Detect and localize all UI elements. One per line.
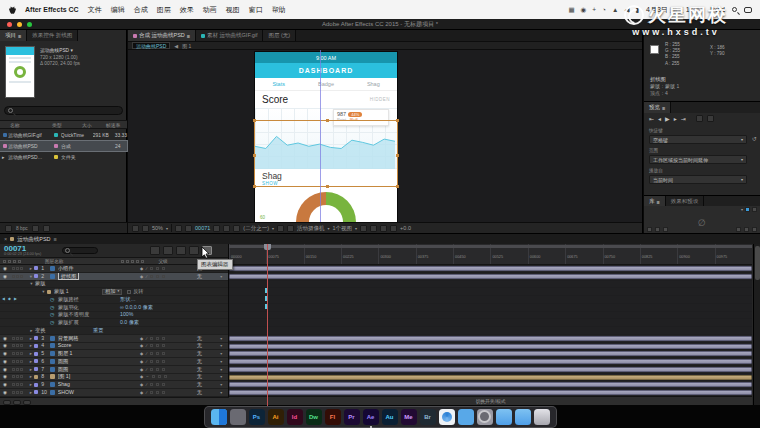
play-from-select[interactable]: 当前时间▾ <box>649 175 747 184</box>
expand-arrow-icon[interactable]: ▾ <box>27 273 34 280</box>
expand-arrow-icon[interactable]: ▸ <box>27 350 34 357</box>
layer-track-bar[interactable] <box>229 266 752 271</box>
parent-select[interactable]: 无 <box>197 335 220 342</box>
layer-row-2-selected[interactable]: ◉ ▾ 2 折线图 ◆∕ 无 ▾ <box>0 273 228 281</box>
menu-item[interactable]: 效果 <box>180 5 194 15</box>
status-icon[interactable]: ◔ <box>602 6 606 14</box>
app-menu-title[interactable]: After Effects CC <box>25 6 79 13</box>
draft-3d-icon[interactable] <box>163 246 173 255</box>
layer-switches[interactable]: ◆∕ <box>140 265 197 272</box>
label-chip[interactable] <box>34 344 38 348</box>
label-chip[interactable] <box>34 390 38 394</box>
notification-center-icon[interactable] <box>744 7 752 13</box>
views-caret-icon[interactable]: ▾ <box>355 226 357 231</box>
reset-shortcut-icon[interactable]: ↺ <box>752 135 757 142</box>
transform-group-row[interactable]: ▸ 变换 重置 <box>0 327 228 335</box>
add-layer-style-icon[interactable] <box>663 227 668 232</box>
visibility-toggle[interactable]: ◉ <box>0 366 10 373</box>
project-item-label[interactable]: 运动曲线PSD… <box>8 154 54 160</box>
layer-switches[interactable]: ◆∕ <box>140 335 197 342</box>
keyframe-navigator[interactable]: ◀ ◆ ▶ <box>2 296 18 303</box>
current-frame[interactable]: 00071 <box>195 225 210 231</box>
stopwatch-icon[interactable]: ◷ <box>50 319 58 326</box>
expand-arrow-icon[interactable]: ▾ <box>40 288 47 295</box>
property-value[interactable]: 形状… <box>120 296 136 303</box>
tab-layer[interactable]: 图层 (无) <box>263 30 296 41</box>
av-switches[interactable] <box>10 360 28 363</box>
parent-select[interactable]: 无 <box>197 389 220 396</box>
tab-effect-controls[interactable]: 效果控件 折线图 <box>27 30 78 41</box>
time-ruler[interactable]: 0000000075001500022500300003750045000525… <box>229 244 752 265</box>
visibility-toggle[interactable]: ◉ <box>0 358 10 365</box>
mask-mode-select[interactable]: 相加▾ <box>102 289 122 295</box>
zoom-caret-icon[interactable]: ▾ <box>166 226 168 231</box>
project-column-headers[interactable]: 名称 类型 大小 帧速率 <box>0 120 127 129</box>
layer-track-bar[interactable] <box>229 336 752 341</box>
layer-switches[interactable]: ◆∕ <box>140 350 197 357</box>
snapshot-icon[interactable] <box>213 225 220 232</box>
timeline-button-icon[interactable] <box>380 225 387 232</box>
parent-select[interactable]: 无 <box>197 366 220 373</box>
layer-track-bar-footage[interactable] <box>229 375 752 380</box>
layer-name[interactable]: SHOW <box>58 389 140 396</box>
expand-arrow-icon[interactable]: ▸ <box>27 265 34 272</box>
column-name[interactable]: 名称 <box>0 122 52 128</box>
layer-track-bar[interactable] <box>229 390 752 395</box>
mask-path-row[interactable]: ◀ ◆ ▶ ◷ 蒙版路径 形状… <box>0 296 228 304</box>
dock-photoshop-icon[interactable]: Ps <box>249 409 265 425</box>
label-chip[interactable] <box>34 336 38 340</box>
layer-row-6[interactable]: ◉ ▸ 6 圆圈 ◆∕ 无 ▾ <box>0 358 228 366</box>
tab-preview[interactable]: 预览 ≡ <box>644 102 671 113</box>
tab-project[interactable]: 项目 ≡ <box>0 30 27 41</box>
menu-item[interactable]: 动画 <box>203 5 217 15</box>
mask-name[interactable]: 蒙版 1 <box>54 288 102 295</box>
library-select-caret-icon[interactable]: ▾ <box>741 207 743 212</box>
expand-transfer-controls-toggle[interactable] <box>13 400 21 405</box>
dock-indesign-icon[interactable]: Id <box>287 409 303 425</box>
layer-track-bar[interactable] <box>229 359 752 364</box>
column-size[interactable]: 大小 <box>82 122 106 128</box>
layer-name[interactable]: 折线图 <box>58 273 80 280</box>
last-frame-button[interactable]: ⇥ <box>681 115 686 122</box>
visibility-toggle[interactable]: ◉ <box>0 373 10 380</box>
dock-after-effects-icon[interactable]: Ae <box>363 409 379 425</box>
layer-name[interactable]: Shag <box>58 381 140 388</box>
link-dimensions-icon[interactable]: ∞ <box>120 304 124 310</box>
group-name[interactable]: 变换 <box>35 327 93 334</box>
layer-track-bar[interactable] <box>229 382 752 387</box>
column-layer-name[interactable]: 图层名称 <box>45 259 63 264</box>
expand-arrow-icon[interactable]: ▸ <box>27 358 34 365</box>
stopwatch-icon[interactable]: ◷ <box>50 311 58 318</box>
mute-video-icon[interactable] <box>696 115 703 122</box>
av-switches[interactable] <box>10 391 28 394</box>
column-type[interactable]: 类型 <box>52 122 82 128</box>
sync-icon[interactable] <box>736 227 741 232</box>
tab-footage[interactable]: 素材 运动曲线GIF.gif <box>196 30 263 41</box>
menubar-clock[interactable]: 4月3日 周三 15:47 <box>646 5 703 15</box>
menu-item[interactable]: 视图 <box>226 5 240 15</box>
layer-switches[interactable]: ◆∕ <box>140 358 197 365</box>
composition-canvas[interactable]: 9:00 AM DASHBOARD Stats Badge Shag Score… <box>128 50 642 222</box>
mute-audio-icon[interactable] <box>707 115 714 122</box>
delete-library-item-icon[interactable] <box>752 227 757 232</box>
spotlight-search-icon[interactable] <box>732 7 737 12</box>
range-select[interactable]: 工作区域按当前时间延伸▾ <box>649 155 747 164</box>
new-folder-icon[interactable] <box>32 225 39 232</box>
visibility-toggle[interactable]: ◉ <box>0 265 10 272</box>
masks-group-row[interactable]: ▾ 蒙版 <box>0 281 228 289</box>
parent-select[interactable]: 无 <box>197 373 220 380</box>
dock-folder-documents-icon[interactable] <box>496 409 512 425</box>
scrollbar-handle[interactable] <box>755 246 760 280</box>
av-switches[interactable] <box>10 352 28 355</box>
expand-arrow-icon[interactable]: ▾ <box>28 280 35 287</box>
composition-mini-flowchart-icon[interactable] <box>150 246 160 255</box>
av-switches[interactable] <box>10 375 28 378</box>
visibility-toggle[interactable]: ◉ <box>0 273 10 280</box>
region-of-interest-icon[interactable] <box>277 225 284 232</box>
label-chip[interactable] <box>34 375 38 379</box>
layer-row-9[interactable]: ◉ ▸ 9 Shag ◆∕ 无 ▾ <box>0 381 228 389</box>
layer-name[interactable]: 小组件 <box>58 265 140 272</box>
av-switches[interactable] <box>10 337 28 340</box>
dock-safari-icon[interactable] <box>439 409 455 425</box>
magnification-icon[interactable] <box>142 225 149 232</box>
